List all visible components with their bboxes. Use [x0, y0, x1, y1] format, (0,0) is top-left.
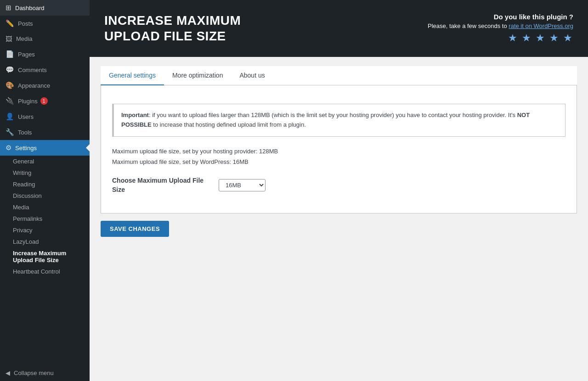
plugin-header: INCREASE MAXIMUM UPLOAD FILE SIZE Do you…	[90, 0, 588, 57]
sidebar-item-label: Media	[16, 35, 32, 42]
sidebar-item-label: Tools	[18, 129, 32, 136]
sidebar-item-dashboard[interactable]: ⊞ Dashboard	[0, 0, 90, 16]
save-changes-button[interactable]: SAVE CHANGES	[101, 221, 169, 237]
sidebar-submenu-increase-upload[interactable]: Increase Maximum Upload File Size	[0, 247, 90, 266]
media-icon: 🖼	[6, 35, 12, 43]
card-content: Important: if you want to upload files l…	[101, 85, 577, 213]
sidebar-submenu-general[interactable]: General	[0, 156, 90, 167]
choose-row: Choose Maximum Upload File Size 1MB 2MB …	[112, 176, 565, 194]
rate-prefix: Please, take a few seconds to	[428, 22, 507, 29]
notice-bold-prefix: Important	[121, 112, 149, 118]
tab-more-optimization[interactable]: More optimization	[164, 66, 232, 85]
settings-arrow	[86, 144, 90, 151]
plugins-icon: 🔌	[6, 97, 14, 105]
sidebar-item-posts[interactable]: ✏️ Posts	[0, 16, 90, 31]
comments-icon: 💬	[6, 66, 14, 74]
pages-icon: 📄	[6, 50, 14, 58]
sidebar-item-pages[interactable]: 📄 Pages	[0, 46, 90, 62]
plugin-title: INCREASE MAXIMUM UPLOAD FILE SIZE	[104, 13, 241, 44]
rate-link[interactable]: rate it on WordPress.org	[509, 22, 573, 29]
sidebar-submenu-permalinks[interactable]: Permalinks	[0, 213, 90, 224]
sidebar-item-users[interactable]: 👤 Users	[0, 109, 90, 124]
sidebar-submenu-reading[interactable]: Reading	[0, 179, 90, 190]
appearance-icon: 🎨	[6, 81, 14, 90]
sidebar-item-label: Users	[18, 113, 34, 120]
tools-icon: 🔧	[6, 128, 14, 136]
settings-submenu: General Writing Reading Discussion Media…	[0, 156, 90, 277]
tab-general-settings[interactable]: General settings	[101, 66, 164, 85]
plugin-title-line2: UPLOAD FILE SIZE	[104, 29, 226, 43]
wp-limit-text: Maximum upload file size, set by WordPre…	[112, 157, 565, 167]
plugin-cta: Do you like this plugin ? Please, take a…	[428, 13, 573, 44]
hosting-limit-text: Maximum upload file size, set by your ho…	[112, 146, 565, 157]
sidebar-submenu-writing[interactable]: Writing	[0, 167, 90, 179]
notice-text1: : if you want to upload files larger tha…	[149, 112, 517, 118]
posts-icon: ✏️	[6, 19, 14, 28]
collapse-icon: ◀	[6, 370, 10, 376]
rate-text: Please, take a few seconds to rate it on…	[428, 22, 573, 29]
sidebar-submenu-discussion[interactable]: Discussion	[0, 190, 90, 202]
sidebar-submenu-lazyload[interactable]: LazyLoad	[0, 236, 90, 247]
sidebar-item-comments[interactable]: 💬 Comments	[0, 62, 90, 78]
tab-content-general: Important: if you want to upload files l…	[101, 85, 577, 213]
notice-text2: to increase that hosting defined upload …	[152, 121, 306, 128]
tab-about-us[interactable]: About us	[231, 66, 273, 85]
tabs-wrapper: General settings More optimization About…	[101, 66, 577, 213]
cta-text: Do you like this plugin ?	[428, 13, 573, 21]
notice-box: Important: if you want to upload files l…	[112, 104, 565, 137]
sidebar-item-label: Comments	[18, 67, 47, 73]
sidebar-submenu-heartbeat[interactable]: Heartbeat Control	[0, 266, 90, 277]
sidebar-item-label: Settings	[15, 145, 37, 151]
plugins-badge: 1	[40, 97, 48, 105]
info-lines: Maximum upload file size, set by your ho…	[112, 146, 565, 168]
file-size-select[interactable]: 1MB 2MB 4MB 8MB 16MB 32MB 64MB 128MB	[219, 179, 266, 191]
users-icon: 👤	[6, 112, 14, 121]
sidebar-item-label: Posts	[18, 20, 33, 27]
dashboard-icon: ⊞	[6, 4, 11, 12]
collapse-menu-button[interactable]: ◀ Collapse menu	[0, 365, 90, 381]
sidebar-submenu-media[interactable]: Media	[0, 202, 90, 213]
sidebar: ⊞ Dashboard ✏️ Posts 🖼 Media 📄 Pages 💬 C…	[0, 0, 90, 381]
content-area: General settings More optimization About…	[90, 57, 588, 381]
tabs-nav: General settings More optimization About…	[101, 66, 577, 85]
sidebar-item-media[interactable]: 🖼 Media	[0, 31, 90, 46]
sidebar-submenu-privacy[interactable]: Privacy	[0, 224, 90, 236]
collapse-menu-label: Collapse menu	[14, 370, 54, 376]
sidebar-item-label: Appearance	[18, 82, 50, 89]
sidebar-item-settings[interactable]: ⚙ Settings	[0, 140, 90, 156]
settings-icon: ⚙	[6, 144, 11, 152]
sidebar-item-label: Dashboard	[15, 5, 45, 11]
sidebar-item-tools[interactable]: 🔧 Tools	[0, 124, 90, 140]
star-rating: ★ ★ ★ ★ ★	[428, 32, 573, 44]
sidebar-item-appearance[interactable]: 🎨 Appearance	[0, 78, 90, 93]
main-content: INCREASE MAXIMUM UPLOAD FILE SIZE Do you…	[90, 0, 588, 381]
plugin-title-line1: INCREASE MAXIMUM	[104, 13, 241, 28]
sidebar-item-plugins[interactable]: 🔌 Plugins 1	[0, 93, 90, 109]
sidebar-item-label: Plugins	[18, 98, 38, 105]
sidebar-item-label: Pages	[18, 51, 35, 58]
choose-label: Choose Maximum Upload File Size	[112, 176, 204, 194]
